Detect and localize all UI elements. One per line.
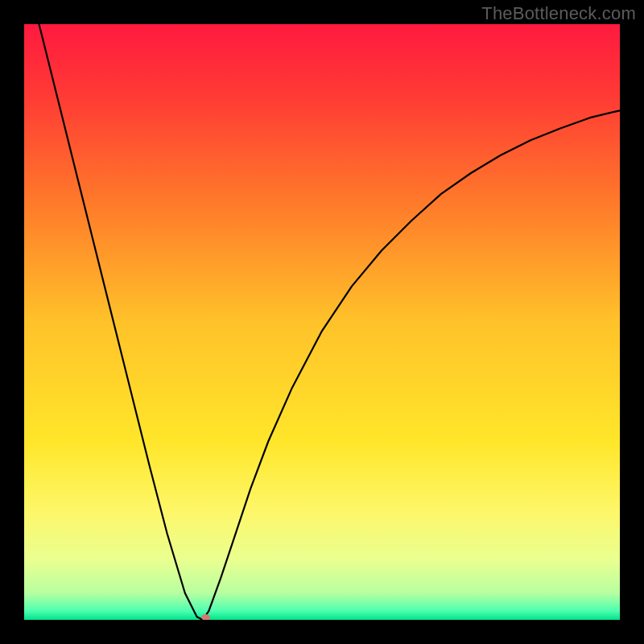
watermark-text: TheBottleneck.com xyxy=(481,3,636,24)
plot-area xyxy=(24,24,620,620)
chart-frame: TheBottleneck.com xyxy=(0,0,644,644)
plot-svg xyxy=(24,24,620,620)
